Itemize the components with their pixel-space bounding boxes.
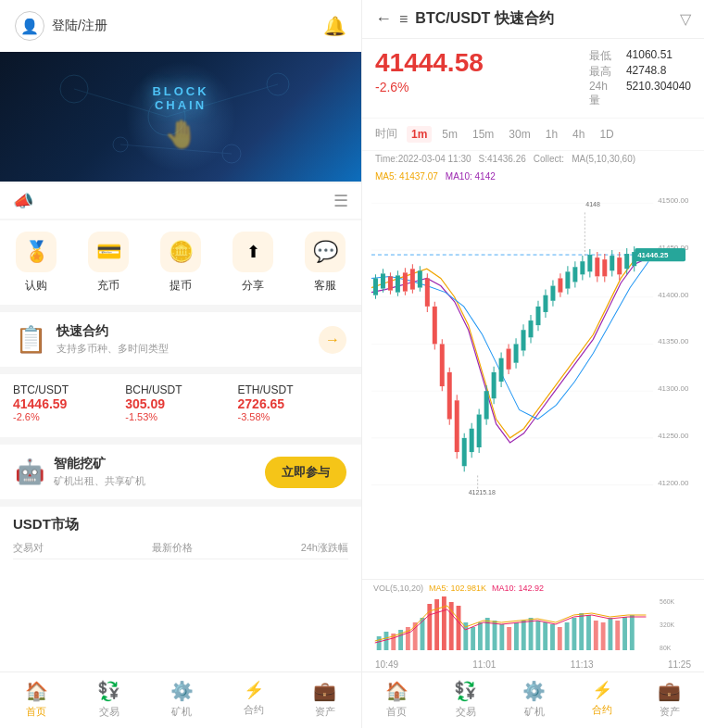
x-label-1: 10:49 — [375, 659, 398, 670]
contract-arrow-button[interactable]: → — [319, 326, 346, 354]
action-share[interactable]: ⬆ 分享 — [233, 232, 273, 294]
left-header: 👤 登陆/注册 🔔 — [0, 0, 361, 52]
withdraw-icon: 🪙 — [160, 232, 201, 272]
svg-rect-153 — [471, 627, 475, 650]
svg-rect-162 — [535, 621, 540, 650]
tab-4h[interactable]: 4h — [568, 126, 589, 143]
join-mining-button[interactable]: 立即参与 — [265, 457, 346, 488]
market-pairs-table: BTC/USDT 41446.59 -2.6% BCH/USDT 305.09 … — [0, 374, 361, 437]
svg-rect-29 — [388, 276, 393, 290]
svg-rect-26 — [381, 273, 385, 288]
svg-text:80K: 80K — [660, 645, 672, 651]
svg-rect-163 — [543, 622, 547, 650]
pair-eth: ETH/USDT — [238, 383, 348, 396]
megaphone-icon: 📣 — [13, 191, 33, 211]
bell-icon[interactable]: 🔔 — [323, 15, 346, 37]
quick-actions: 🏅 认购 💳 充币 🪙 提币 ⬆ 分享 💬 客服 — [0, 220, 361, 305]
left-nav-trade[interactable]: 💱 交易 — [97, 680, 120, 719]
right-nav-home[interactable]: 🏠 首页 — [385, 680, 409, 719]
svg-rect-156 — [493, 621, 497, 650]
share-icon: ⬆ — [233, 232, 273, 272]
tab-1h[interactable]: 1h — [541, 126, 562, 143]
svg-rect-164 — [550, 624, 555, 650]
trade-label-right: 交易 — [456, 705, 476, 719]
mining-nav-icon-left: ⚙️ — [170, 680, 194, 702]
svg-rect-109 — [580, 261, 585, 274]
volume-info-bar: VOL(5,10,20) MA5: 102.981K MA10: 142.92 — [366, 582, 700, 595]
svg-rect-91 — [535, 307, 540, 325]
svg-rect-59 — [462, 438, 467, 466]
svg-text:41400.00: 41400.00 — [658, 291, 689, 299]
back-button[interactable]: ← — [375, 9, 392, 29]
chart-container: 41500.00 41450.00 41400.00 41350.00 4130… — [362, 184, 704, 672]
svg-rect-94 — [543, 295, 547, 312]
svg-text:41300.00: 41300.00 — [658, 384, 689, 393]
mining-title: 智能挖矿 — [54, 456, 145, 472]
action-subscribe[interactable]: 🏅 认购 — [16, 232, 57, 294]
trade-icon-right: 💱 — [454, 680, 477, 702]
price-eth: 2726.65 — [238, 396, 348, 411]
menu-lines-icon[interactable]: ☰ — [333, 191, 348, 211]
tab-30m[interactable]: 30m — [504, 126, 534, 143]
volume-section: VOL(5,10,20) MA5: 102.981K MA10: 142.92 … — [362, 579, 704, 658]
left-nav-mining[interactable]: ⚙️ 矿机 — [170, 680, 194, 719]
right-nav-mining[interactable]: ⚙️ 矿机 — [522, 680, 546, 719]
right-nav-trade[interactable]: 💱 交易 — [454, 680, 477, 719]
left-nav-contract[interactable]: ⚡ 合约 — [244, 680, 264, 719]
left-panel: 👤 登陆/注册 🔔 BLOCK CHAIN 🤚 📣 ☰ — [0, 0, 361, 728]
tab-1d[interactable]: 1D — [595, 126, 618, 143]
low-label: 最低 — [589, 48, 619, 64]
notification-bar[interactable]: 📣 ☰ — [0, 183, 361, 219]
tab-5m[interactable]: 5m — [437, 126, 462, 143]
assets-label-right: 资产 — [660, 705, 680, 719]
svg-rect-166 — [565, 622, 570, 650]
col-change-header: 24h涨跌幅 — [301, 541, 348, 555]
action-withdraw[interactable]: 🪙 提币 — [160, 232, 201, 294]
pair-title: BTC/USDT 快速合约 — [415, 9, 553, 29]
right-nav-contract[interactable]: ⚡ 合约 — [592, 680, 612, 719]
price-low-row: 最低 41060.51 — [589, 48, 691, 64]
svg-rect-79 — [507, 349, 511, 370]
action-support[interactable]: 💬 客服 — [305, 232, 346, 294]
svg-rect-149 — [442, 596, 446, 650]
action-subscribe-label: 认购 — [25, 278, 47, 294]
action-support-label: 客服 — [314, 278, 336, 294]
svg-rect-62 — [470, 429, 474, 452]
svg-rect-47 — [433, 307, 437, 345]
tab-1m[interactable]: 1m — [407, 126, 432, 143]
login-text[interactable]: 登陆/注册 — [52, 18, 107, 34]
svg-rect-123 — [610, 256, 614, 270]
col-price-header: 最新价格 — [152, 541, 193, 555]
left-nav-home[interactable]: 🏠 首页 — [25, 680, 48, 719]
left-nav-assets[interactable]: 💼 资产 — [313, 680, 336, 719]
market-row-1[interactable]: BTC/USDT 41446.59 -2.6% BCH/USDT 305.09 … — [13, 383, 348, 422]
svg-text:41350.00: 41350.00 — [658, 337, 689, 345]
svg-rect-35 — [403, 272, 408, 291]
mining-nav-label-left: 矿机 — [171, 705, 192, 719]
contract-nav-icon-left: ⚡ — [244, 680, 264, 700]
svg-rect-100 — [558, 278, 562, 292]
right-nav-assets[interactable]: 💼 资产 — [658, 680, 681, 719]
svg-rect-168 — [579, 613, 584, 650]
svg-rect-148 — [434, 599, 439, 650]
contract-banner[interactable]: 📋 快速合约 支持多币种、多时间类型 → — [0, 312, 361, 367]
deposit-icon: 💳 — [88, 232, 129, 272]
right-bottom-nav: 🏠 首页 💱 交易 ⚙️ 矿机 ⚡ 合约 💼 资产 — [362, 672, 704, 728]
vol-ma5: MA5: 102.981K — [429, 584, 486, 593]
action-deposit[interactable]: 💳 充币 — [88, 232, 129, 294]
svg-rect-151 — [457, 606, 461, 650]
svg-rect-23 — [373, 278, 378, 295]
action-deposit-label: 充币 — [97, 278, 119, 294]
menu-icon[interactable]: ≡ — [399, 11, 408, 28]
contract-info: 📋 快速合约 支持多币种、多时间类型 — [15, 323, 169, 356]
x-label-3: 11:13 — [571, 659, 594, 670]
svg-rect-103 — [565, 271, 570, 288]
filter-icon[interactable]: ▽ — [680, 10, 691, 28]
mining-nav-icon-right: ⚙️ — [522, 680, 546, 702]
svg-rect-173 — [615, 621, 620, 650]
header-login-area[interactable]: 👤 登陆/注册 — [15, 11, 107, 41]
chart-ma-label: MA(5,10,30,60) — [572, 154, 635, 164]
tab-15m[interactable]: 15m — [468, 126, 498, 143]
subscribe-icon: 🏅 — [16, 232, 57, 272]
svg-rect-175 — [630, 615, 635, 650]
